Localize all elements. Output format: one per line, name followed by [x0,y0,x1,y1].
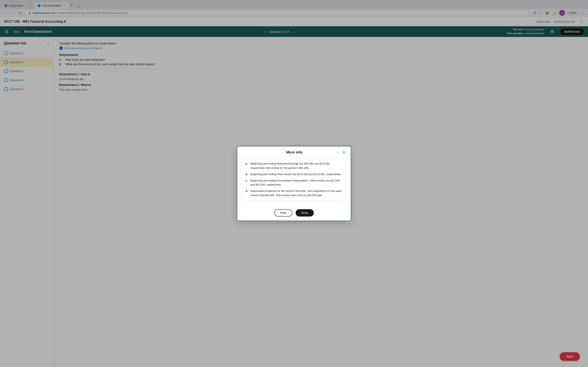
info-letter-d: d. [246,189,249,198]
info-text-c: Beginning and ending Accumulated Depreci… [251,179,342,187]
info-letter-b: b. [246,172,249,176]
info-item-c: c. Beginning and ending Accumulated Depr… [246,179,342,187]
modal-overlay: More info − ✕ a. Beginning and ending Re… [0,0,588,367]
info-text-d: Depreciation Expense for the period is $… [251,189,342,198]
info-text-b: Beginning and ending Plant Assets are $1… [251,172,341,176]
modal-footer: Print Done [237,205,351,221]
info-text-a: Beginning and ending Retained Earnings a… [251,162,342,170]
modal-minimize-button[interactable]: − [335,150,339,155]
modal-header: More info − ✕ [237,146,351,158]
done-button[interactable]: Done [296,209,314,217]
info-letter-c: c. [246,179,249,187]
modal-title: More info [254,150,335,155]
modal-controls: − ✕ [335,150,347,155]
info-item-d: d. Depreciation Expense for the period i… [246,189,342,198]
info-letter-a: a. [246,162,249,170]
modal-close-button[interactable]: ✕ [341,150,347,155]
print-button[interactable]: Print [274,209,292,217]
info-item-a: a. Beginning and ending Retained Earning… [246,162,342,170]
info-item-b: b. Beginning and ending Plant Assets are… [246,172,342,176]
modal-body: a. Beginning and ending Retained Earning… [237,158,351,205]
info-box: a. Beginning and ending Retained Earning… [241,158,347,201]
more-info-modal: More info − ✕ a. Beginning and ending Re… [237,146,351,221]
